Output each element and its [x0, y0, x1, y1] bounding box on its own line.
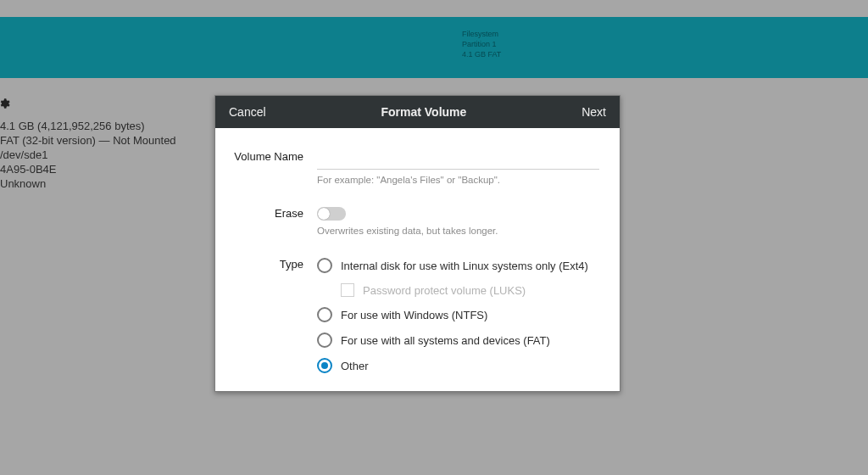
fs-part: Partition 1 [462, 39, 501, 49]
type-option-fat[interactable]: For use with all systems and devices (FA… [317, 332, 596, 348]
erase-hint: Overwrites existing data, but takes long… [317, 226, 596, 236]
volume-name-input[interactable] [317, 150, 599, 170]
volume-name-label: Volume Name [215, 150, 317, 185]
detail-device: /dev/sde1 [0, 148, 176, 162]
radio-icon [317, 307, 332, 322]
type-option-label: Password protect volume (LUKS) [363, 284, 526, 297]
type-option-other[interactable]: Other [317, 358, 596, 373]
detail-uuid: 4A95-0B4E [0, 162, 176, 176]
erase-toggle[interactable] [317, 207, 346, 221]
type-label: Type [215, 258, 317, 383]
partition-strip-info: Filesystem Partition 1 4.1 GB FAT [462, 29, 501, 59]
detail-size: 4.1 GB (4,121,952,256 bytes) [0, 119, 176, 133]
erase-label: Erase [215, 207, 317, 236]
partition-strip: Filesystem Partition 1 4.1 GB FAT [0, 17, 868, 78]
radio-icon [317, 258, 332, 273]
volume-name-hint: For example: "Angela's Files" or "Backup… [317, 175, 596, 185]
cancel-button[interactable]: Cancel [229, 105, 266, 119]
gear-icon[interactable] [0, 98, 10, 109]
type-option-luks: Password protect volume (LUKS) [341, 283, 596, 297]
fs-size: 4.1 GB FAT [462, 49, 501, 59]
detail-fs: FAT (32-bit version) — Not Mounted [0, 133, 176, 148]
type-option-label: Other [341, 360, 369, 372]
radio-icon [317, 358, 332, 373]
type-option-label: For use with all systems and devices (FA… [341, 334, 550, 347]
volume-details: 4.1 GB (4,121,952,256 bytes) FAT (32-bit… [0, 119, 176, 191]
type-option-ntfs[interactable]: For use with Windows (NTFS) [317, 307, 596, 322]
format-volume-dialog: Cancel Format Volume Next Volume Name Fo… [214, 95, 620, 392]
checkbox-icon [341, 283, 354, 297]
detail-ptype: Unknown [0, 176, 176, 191]
type-option-ext4[interactable]: Internal disk for use with Linux systems… [317, 258, 596, 273]
fs-label: Filesystem [462, 29, 501, 39]
dialog-title: Format Volume [381, 105, 466, 119]
type-option-label: For use with Windows (NTFS) [341, 309, 487, 321]
radio-icon [317, 332, 332, 348]
next-button[interactable]: Next [581, 105, 606, 119]
dialog-header: Cancel Format Volume Next [215, 96, 620, 128]
type-option-label: Internal disk for use with Linux systems… [341, 260, 588, 272]
